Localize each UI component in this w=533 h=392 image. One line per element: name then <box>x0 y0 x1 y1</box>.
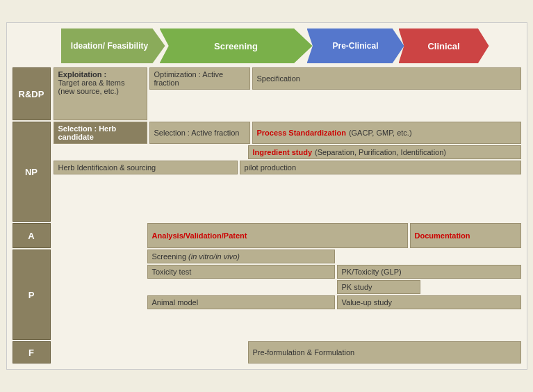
herb-id-box: Herb Identificaion & sourcing <box>54 161 238 174</box>
np-row1: Selection : Herb candidate Selection : A… <box>54 122 521 144</box>
sidebar-p: P <box>13 250 51 340</box>
selection-active-box: Selection : Active fraction <box>149 122 250 144</box>
rdp-sub-row1: Optimization : Active fraction Specifica… <box>149 67 521 90</box>
clinical-label: Clinical <box>427 41 459 51</box>
sidebar-f: F <box>13 341 51 364</box>
documentation-label: Documentation <box>415 231 470 240</box>
np-section: Selection : Herb candidate Selection : A… <box>54 122 521 222</box>
toxicity-label: Toxicity test <box>152 268 192 276</box>
a-row1: Analysis/Validation/Patent Documentation <box>54 223 521 248</box>
sidebar-rdp: R&DP <box>13 67 51 120</box>
arrow-ideation: Ideation/ Feasibility <box>61 28 165 63</box>
a-label: A <box>28 231 34 241</box>
screening-box: Screening (in vitro/in vivo) <box>147 250 335 263</box>
p-row1: Screening (in vitro/in vivo) <box>54 250 521 263</box>
header-row: Ideation/ Feasibility Screening Pre-Clin… <box>61 28 521 63</box>
selection-herb-box: Selection : Herb candidate <box>54 122 147 144</box>
p-section: Screening (in vitro/in vivo) Toxicity te… <box>54 250 521 340</box>
main-grid: R&DP NP A P F Exploitation : Ta <box>13 67 521 364</box>
exploitation-detail: Target area & Items (new source, etc.) <box>58 79 142 95</box>
pilot-box: pilot production <box>240 161 521 174</box>
process-std-detail: (GACP, GMP, etc.) <box>349 129 412 137</box>
sidebar-np: NP <box>13 122 51 222</box>
specification-box: Specification <box>252 67 521 90</box>
f-section: Pre-formulation & Formulation <box>54 341 521 364</box>
exploitation-box: Exploitation : Target area & Items (new … <box>54 67 147 120</box>
analysis-label: Analysis/Validation/Patent <box>152 231 247 240</box>
arrow-preclinical: Pre-Clinical <box>307 28 404 63</box>
content-area: Exploitation : Target area & Items (new … <box>54 67 521 364</box>
value-up-box: Value-up study <box>337 295 521 309</box>
p-label: P <box>28 290 35 300</box>
arrow-clinical: Clinical <box>399 28 489 63</box>
np-row3: Herb Identificaion & sourcing pilot prod… <box>54 161 521 174</box>
rdp-label: R&DP <box>19 89 44 99</box>
f-row1: Pre-formulation & Formulation <box>54 341 521 364</box>
ingredient-label: Ingredient study <box>253 148 313 156</box>
pilot-label: pilot production <box>245 163 297 172</box>
screening-detail: (in vitro/in vivo) <box>188 252 240 261</box>
formulation-box: Pre-formulation & Formulation <box>248 341 521 364</box>
exploitation-label: Exploitation : <box>58 70 107 79</box>
pk-toxicity-box: PK/Toxicity (GLP) <box>337 265 521 279</box>
toxicity-box: Toxicity test <box>147 265 335 279</box>
screening-label: Screening <box>214 41 258 51</box>
screening-label: Screening <box>152 252 187 261</box>
selection-active-label: Selection : Active fraction <box>154 129 240 137</box>
pk-study-box: PK study <box>337 280 420 294</box>
preclinical-label: Pre-Clinical <box>332 41 378 51</box>
pk-toxicity-detail: (GLP) <box>381 268 401 276</box>
analysis-box: Analysis/Validation/Patent <box>147 223 408 248</box>
animal-model-label: Animal model <box>152 298 199 307</box>
rdp-row1: Exploitation : Target area & Items (new … <box>54 67 521 120</box>
ingredient-detail: (Separation, Purification, Identificatio… <box>315 148 446 156</box>
np-row2: Ingredient study (Separation, Purificati… <box>54 145 521 159</box>
optimization-label: Optimization : Active fraction <box>154 70 245 87</box>
p-row2: Toxicity test PK/Toxicity (GLP) <box>54 265 521 279</box>
f-label: F <box>28 348 34 358</box>
main-container: Ideation/ Feasibility Screening Pre-Clin… <box>6 22 527 370</box>
ideation-label: Ideation/ Feasibility <box>71 41 148 51</box>
p-row4: Animal model Value-up study <box>54 295 521 309</box>
process-std-box: Process Standardization (GACP, GMP, etc.… <box>252 122 521 144</box>
documentation-box: Documentation <box>410 223 521 248</box>
ingredient-box: Ingredient study (Separation, Purificati… <box>248 145 521 159</box>
np-label: NP <box>25 167 38 177</box>
optimization-box: Optimization : Active fraction <box>149 67 250 90</box>
a-section: Analysis/Validation/Patent Documentation <box>54 223 521 248</box>
animal-model-box: Animal model <box>147 295 335 309</box>
rdp-section: Exploitation : Target area & Items (new … <box>54 67 521 120</box>
process-std-label: Process Standardization <box>257 129 346 137</box>
formulation-label: Pre-formulation & Formulation <box>253 348 355 357</box>
sidebar-a: A <box>13 223 51 248</box>
pk-study-label: PK study <box>342 283 372 291</box>
arrow-screening: Screening <box>160 28 313 63</box>
herb-id-label: Herb Identificaion & sourcing <box>58 163 156 172</box>
sidebar: R&DP NP A P F <box>13 67 51 364</box>
specification-label: Specification <box>257 74 300 83</box>
p-row3: PK study <box>54 280 521 294</box>
pk-toxicity-label: PK/Toxicity <box>342 268 379 276</box>
selection-herb-label: Selection : Herb candidate <box>58 124 142 141</box>
value-up-label: Value-up study <box>342 298 393 307</box>
